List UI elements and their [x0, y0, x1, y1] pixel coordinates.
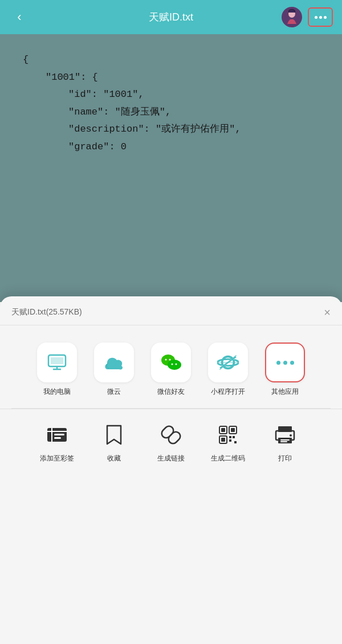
favorite-label: 收藏 [107, 454, 121, 463]
other-apps-icon-wrap [265, 343, 305, 382]
link-icon [161, 425, 181, 445]
sheet-header: 天赋ID.txt(25.57KB) × [0, 296, 342, 325]
dot1 [315, 16, 317, 19]
share-item-weiyun[interactable]: 微云 [85, 343, 142, 397]
gen-qr-label: 生成二维码 [211, 454, 245, 463]
miniapp-icon-wrap [208, 343, 248, 382]
code-line-1: { [23, 51, 319, 69]
action-item-add-tag[interactable]: 添加至彩签 [28, 415, 85, 469]
qrcode-icon [218, 425, 238, 445]
sheet-title: 天赋ID.txt(25.57KB) [11, 307, 82, 317]
svg-point-43 [290, 434, 292, 437]
gen-qr-icon-wrap [214, 421, 242, 449]
gen-link-icon-wrap [157, 421, 185, 449]
svg-rect-29 [221, 428, 225, 432]
svg-point-11 [176, 364, 177, 365]
file-content: { "1001": { "id": "1001", "name": "随身玉佩"… [0, 34, 342, 302]
back-button[interactable]: ‹ [9, 10, 30, 25]
share-item-wechat-friend[interactable]: 微信好友 [142, 343, 199, 397]
share-row: 我的电脑 微云 [0, 325, 342, 408]
bookmark-icon [105, 425, 123, 445]
svg-point-7 [168, 360, 181, 370]
svg-rect-41 [280, 439, 290, 441]
page-title: 天赋ID.txt [149, 10, 193, 24]
weiyun-label: 微云 [107, 387, 121, 397]
sheet-close-button[interactable]: × [324, 307, 331, 318]
svg-rect-5 [51, 357, 63, 364]
my-computer-icon-wrap [37, 343, 77, 382]
favorite-icon-wrap [100, 421, 128, 449]
code-line-3: "id": "1001", [23, 86, 319, 104]
action-item-favorite[interactable]: 收藏 [85, 415, 142, 469]
wechat-icon [160, 352, 182, 373]
print-icon [275, 425, 295, 445]
svg-rect-34 [229, 436, 231, 438]
header-more-button[interactable] [308, 7, 333, 27]
tag-icon [46, 426, 68, 444]
svg-rect-37 [234, 441, 237, 443]
share-item-my-computer[interactable]: 我的电脑 [28, 343, 85, 397]
weiyun-icon-wrap [94, 343, 134, 382]
action-item-gen-link[interactable]: 生成链接 [142, 415, 199, 469]
header-right [282, 7, 333, 27]
other-apps-label: 其他应用 [271, 387, 299, 397]
code-line-4: "name": "随身玉佩", [23, 104, 319, 121]
wechat-friend-icon-wrap [151, 343, 191, 382]
my-computer-label: 我的电脑 [43, 387, 71, 397]
avatar[interactable] [282, 7, 302, 27]
share-item-other-apps[interactable]: 其他应用 [256, 343, 314, 397]
svg-rect-35 [233, 436, 235, 438]
wechat-friend-label: 微信好友 [157, 387, 185, 397]
cloud-icon [103, 353, 125, 372]
svg-point-10 [172, 364, 173, 365]
svg-rect-27 [54, 437, 61, 439]
code-line-6: "grade": 0 [23, 138, 319, 156]
print-icon-wrap [271, 421, 299, 449]
dot3 [324, 16, 327, 19]
add-tag-icon-wrap [43, 421, 71, 449]
header: ‹ 天赋ID.txt [0, 0, 342, 34]
svg-point-9 [169, 359, 171, 361]
dot2 [319, 16, 322, 19]
action-item-gen-qr[interactable]: 生成二维码 [199, 415, 256, 469]
svg-rect-31 [231, 428, 235, 432]
miniapp-icon [217, 352, 239, 373]
gen-link-label: 生成链接 [157, 454, 185, 463]
miniapp-label: 小程序打开 [211, 387, 245, 397]
action-row: 添加至彩签 收藏 生成链接 [0, 409, 342, 475]
svg-rect-33 [221, 438, 225, 442]
code-line-2: "1001": { [23, 69, 319, 87]
svg-point-8 [165, 359, 167, 361]
svg-rect-36 [229, 439, 231, 442]
print-label: 打印 [278, 454, 292, 463]
action-item-print[interactable]: 打印 [256, 415, 314, 469]
share-item-miniapp[interactable]: 小程序打开 [199, 343, 256, 397]
monitor-icon [47, 352, 67, 373]
svg-rect-26 [54, 434, 64, 435]
code-line-5: "description": "或许有护佑作用", [23, 121, 319, 138]
bottom-sheet: 天赋ID.txt(25.57KB) × 我的电脑 [0, 296, 342, 644]
svg-rect-42 [280, 441, 287, 442]
add-tag-label: 添加至彩签 [40, 454, 74, 463]
